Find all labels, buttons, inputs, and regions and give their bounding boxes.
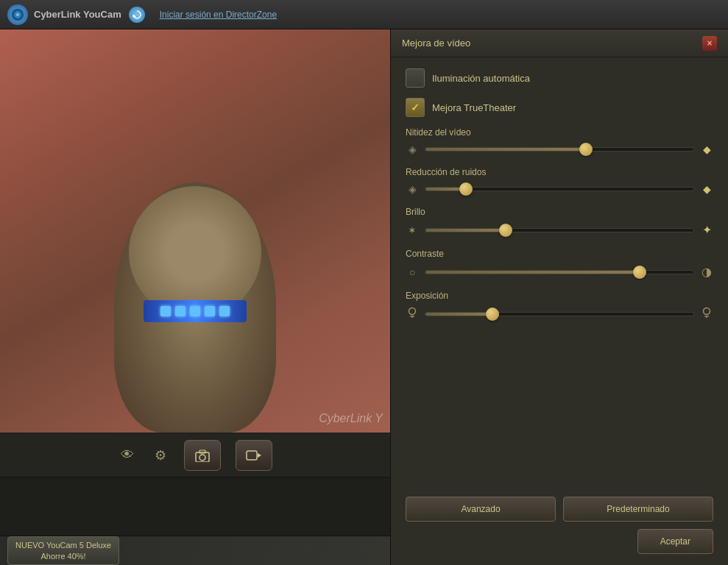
- collar-light: [219, 306, 230, 316]
- camera-background: CyberLink Y: [0, 29, 390, 433]
- exposicion-section: Exposición: [406, 291, 713, 321]
- camera-controls: 👁 ⚙: [0, 433, 390, 477]
- exposicion-fill: [425, 313, 492, 316]
- brillo-icon-left: ✶: [406, 224, 419, 236]
- collar-light: [205, 306, 215, 316]
- true-theater-row: ✓ Mejora TrueTheater: [406, 98, 713, 117]
- true-theater-checkbox[interactable]: ✓: [406, 98, 425, 117]
- dialog-title: Mejora de vídeo: [402, 38, 470, 49]
- update-button[interactable]: [129, 7, 145, 23]
- nitidez-thumb[interactable]: [579, 143, 593, 156]
- nitidez-label: Nitidez del vídeo: [406, 127, 713, 138]
- true-theater-label: Mejora TrueTheater: [432, 102, 516, 113]
- eye-icon[interactable]: 👁: [118, 444, 137, 466]
- nitidez-fill: [425, 148, 586, 151]
- footer-buttons-row: Avanzado Predeterminado: [406, 497, 713, 522]
- svg-point-9: [409, 308, 416, 315]
- capture-photo-button[interactable]: [184, 440, 221, 471]
- collar-light: [160, 306, 171, 316]
- contraste-track[interactable]: [425, 270, 694, 274]
- title-bar: CyberLink YouCam Iniciar sesión en Direc…: [0, 0, 728, 29]
- app-window: CyberLink YouCam Iniciar sesión en Direc…: [0, 0, 728, 565]
- promo-bar: NUEVO YouCam 5 Deluxe Ahorre 40%!: [0, 536, 390, 565]
- svg-rect-6: [199, 450, 205, 453]
- exposicion-icon-left: [406, 307, 419, 321]
- brillo-section: Brillo ✶ ✦: [406, 207, 713, 237]
- svg-point-2: [16, 13, 19, 16]
- dialog-title-bar: Mejora de vídeo ×: [391, 29, 728, 57]
- accept-row: Aceptar: [406, 529, 713, 554]
- contraste-thumb[interactable]: [633, 266, 646, 279]
- advanced-button[interactable]: Avanzado: [406, 497, 556, 522]
- promo-badge[interactable]: NUEVO YouCam 5 Deluxe Ahorre 40%!: [7, 536, 119, 565]
- exposicion-icon-right: [700, 307, 713, 321]
- figure-collar: [144, 300, 247, 322]
- nitidez-icon-right: ◆: [700, 143, 713, 155]
- ruidos-section: Reducción de ruidos ◈ ◆: [406, 167, 713, 195]
- svg-marker-8: [258, 453, 261, 458]
- promo-line2: Ahorre 40%!: [15, 551, 111, 561]
- camera-figure: [114, 182, 276, 433]
- gear-icon[interactable]: ⚙: [152, 444, 169, 466]
- left-panel: CyberLink Y 👁 ⚙ NUEVO YouCam 5 Deluxe: [0, 29, 390, 565]
- contraste-slider-row: ○ ◑: [406, 265, 713, 279]
- contraste-icon-right: ◑: [700, 265, 713, 279]
- app-logo: [7, 4, 28, 25]
- ruidos-track[interactable]: [425, 187, 694, 191]
- checkmark-icon: ✓: [411, 102, 420, 113]
- exposicion-thumb[interactable]: [486, 308, 499, 321]
- svg-point-5: [199, 455, 205, 461]
- svg-rect-7: [247, 451, 257, 460]
- app-title: CyberLink YouCam: [34, 9, 121, 20]
- contraste-fill: [425, 271, 640, 274]
- auto-illumination-row: Iluminación automática: [406, 68, 713, 88]
- accept-button[interactable]: Aceptar: [637, 529, 713, 554]
- dialog-footer: Avanzado Predeterminado Aceptar: [391, 489, 728, 565]
- exposicion-track[interactable]: [425, 312, 694, 316]
- ruidos-icon-right: ◆: [700, 183, 713, 195]
- ruidos-thumb[interactable]: [459, 182, 473, 196]
- filmstrip: [0, 477, 390, 536]
- nitidez-icon-left: ◈: [406, 143, 419, 155]
- brillo-slider-row: ✶ ✦: [406, 223, 713, 237]
- auto-illumination-checkbox[interactable]: [406, 68, 425, 88]
- brillo-track[interactable]: [425, 228, 694, 232]
- default-button[interactable]: Predeterminado: [563, 497, 713, 522]
- contraste-label: Contraste: [406, 249, 713, 259]
- collar-light: [190, 306, 200, 316]
- ruidos-icon-left: ◈: [406, 183, 419, 195]
- nitidez-track[interactable]: [425, 147, 694, 152]
- ruidos-slider-row: ◈ ◆: [406, 183, 713, 195]
- brillo-label: Brillo: [406, 207, 713, 217]
- collar-light: [175, 306, 185, 316]
- figure-head: [129, 186, 261, 319]
- promo-line1: NUEVO YouCam 5 Deluxe: [15, 540, 111, 550]
- figure-body: [114, 182, 276, 433]
- nitidez-slider-row: ◈ ◆: [406, 143, 713, 155]
- brillo-fill: [425, 229, 506, 232]
- contraste-section: Contraste ○ ◑: [406, 249, 713, 279]
- content-area: CyberLink Y 👁 ⚙ NUEVO YouCam 5 Deluxe: [0, 29, 728, 565]
- nitidez-section: Nitidez del vídeo ◈ ◆: [406, 127, 713, 155]
- exposicion-label: Exposición: [406, 291, 713, 301]
- brillo-thumb[interactable]: [499, 224, 512, 237]
- director-zone-link[interactable]: Iniciar sesión en DirectorZone: [160, 10, 277, 20]
- close-button[interactable]: ×: [702, 36, 717, 51]
- ruidos-label: Reducción de ruidos: [406, 167, 713, 177]
- camera-view: CyberLink Y: [0, 29, 390, 433]
- video-enhancement-dialog: Mejora de vídeo × Iluminación automática…: [390, 29, 728, 565]
- brillo-icon-right: ✦: [700, 223, 713, 237]
- svg-point-12: [704, 308, 710, 315]
- camera-watermark: CyberLink Y: [319, 412, 383, 425]
- dialog-content: Iluminación automática ✓ Mejora TrueThea…: [391, 57, 728, 489]
- contraste-icon-left: ○: [406, 266, 419, 278]
- exposicion-slider-row: [406, 307, 713, 321]
- auto-illumination-label: Iluminación automática: [432, 73, 530, 84]
- collar-lights: [160, 306, 230, 316]
- record-video-button[interactable]: [236, 440, 272, 471]
